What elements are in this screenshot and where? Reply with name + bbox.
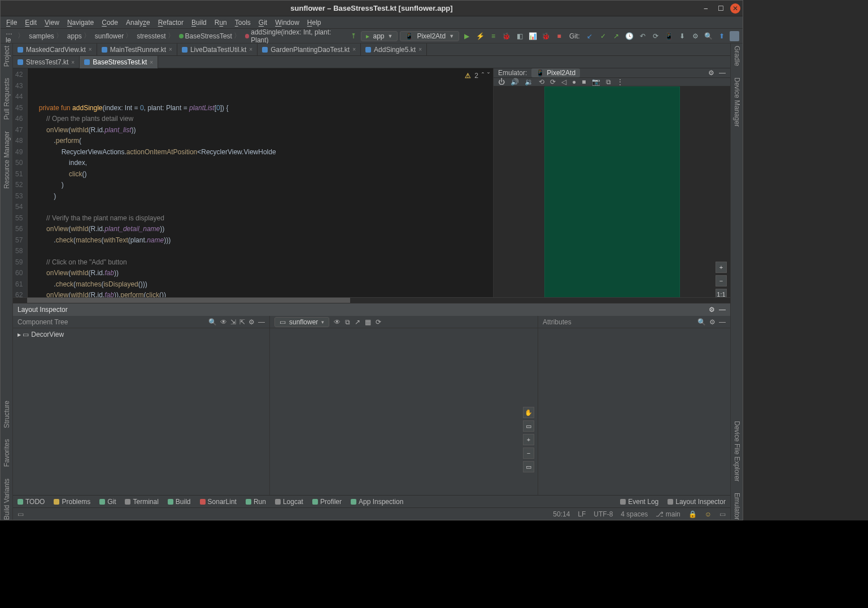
tool-device-file-explorer[interactable]: Device File Explorer [733,421,741,481]
editor-tab[interactable]: MaskedCardView.kt× [13,44,97,56]
tool-event-log[interactable]: Event Log [620,498,658,506]
lock-icon[interactable]: 🔒 [688,510,697,518]
menu-navigate[interactable]: Navigate [67,19,94,27]
home-icon[interactable]: ● [572,78,576,86]
avd-button[interactable]: 📱 [664,31,674,42]
menu-help[interactable]: Help [307,19,321,27]
attach-debugger-button[interactable]: 🐞 [540,31,551,42]
git-commit-button[interactable]: ✓ [597,31,608,42]
layers-button[interactable]: ▭ [523,420,534,432]
crumb[interactable]: …le〉 [4,28,26,44]
menu-code[interactable]: Code [102,19,118,27]
device-dropdown[interactable]: 📱Pixel2Atd▼ [400,31,459,41]
run-button[interactable]: ▶ [461,31,472,42]
editor-tab[interactable]: LiveDataTestUtil.kt× [177,44,258,56]
inspection-badge[interactable]: ⚠2 ˆ ˇ [465,71,490,82]
tool-problems[interactable]: Problems [54,498,90,506]
tree-filter-icon[interactable]: 👁 [220,318,227,326]
menu-edit[interactable]: Edit [25,19,37,27]
git-history-button[interactable]: 🕓 [624,31,635,42]
tool-emulator[interactable]: Emulator [733,493,741,520]
settings-button[interactable]: ⚙ [690,31,700,42]
emulator-minimize-icon[interactable]: — [719,69,726,77]
menu-build[interactable]: Build [191,19,207,27]
tool-favorites[interactable]: Favorites [3,439,11,467]
crumb[interactable]: BaseStressTest〉 [177,31,242,41]
sdk-button[interactable]: ⬇ [677,31,687,42]
menu-git[interactable]: Git [259,19,267,27]
tool-logcat[interactable]: Logcat [275,498,303,506]
attrs-hide-icon[interactable]: — [719,318,726,326]
tree-expand-icon[interactable]: ⇲ [230,318,236,326]
status-branch[interactable]: ⎇ main [656,510,680,518]
inspector-minimize-icon[interactable]: — [719,306,726,314]
code-editor[interactable]: 4243444546474849505152535455565758596061… [13,68,493,297]
status-indent[interactable]: 4 spaces [621,510,648,518]
volume-down-icon[interactable]: 🔉 [525,78,533,86]
zoom-reset-button[interactable]: 1:1 [716,289,727,297]
status-caret[interactable]: 50:14 [553,510,570,518]
prev-highlight-icon[interactable]: ˆ [482,71,484,82]
inspector-process-dropdown[interactable]: ▭ sunflower ▾ [274,317,329,327]
editor-tab[interactable]: StressTest7.kt× [13,56,80,68]
status-encoding[interactable]: UTF-8 [594,510,613,518]
editor-tab[interactable]: MainTestRunner.kt× [97,44,177,56]
zoom-in-button[interactable]: + [523,434,534,445]
apply-code-button[interactable]: ≡ [488,31,499,42]
build-button[interactable]: ⤒ [348,31,359,42]
tool-gradle[interactable]: Gradle [733,46,741,66]
tool-profiler[interactable]: Profiler [312,498,342,506]
status-hint-icon[interactable]: ▭ [18,510,24,518]
coverage-button[interactable]: ◧ [514,31,525,42]
memory-indicator-icon[interactable]: ☺ [705,510,712,518]
git-update-button[interactable]: ↙ [585,31,595,42]
status-eol[interactable]: LF [578,510,586,518]
stop-button[interactable]: ■ [554,31,565,42]
power-icon[interactable]: ⏻ [498,78,505,86]
minimize-button[interactable]: ‒ [701,3,711,14]
sync-project-button[interactable]: ⬆ [716,31,727,42]
emulator-settings-icon[interactable]: ⚙ [708,69,714,77]
back-icon[interactable]: ◁ [561,78,566,86]
volume-up-icon[interactable]: 🔊 [511,78,519,86]
tool-git[interactable]: Git [99,498,116,506]
search-button[interactable]: 🔍 [703,31,714,42]
editor-tab[interactable]: BaseStressTest.kt× [80,56,158,68]
crumb[interactable]: stresstest〉 [135,31,176,41]
close-tab-icon[interactable]: × [169,46,172,53]
tool-terminal[interactable]: Terminal [125,498,158,506]
menu-tools[interactable]: Tools [235,19,251,27]
git-push-button[interactable]: ↗ [610,31,621,42]
tree-root[interactable]: ▸ ▭ DecorView [18,331,265,338]
maximize-button[interactable]: ☐ [716,3,726,14]
status-more-icon[interactable]: ▭ [719,510,726,518]
editor-scrollbar[interactable] [13,297,730,303]
inspector-refresh-icon[interactable]: ⟳ [376,318,381,326]
tool-build[interactable]: Build [168,498,191,506]
profile-button[interactable]: 📊 [527,31,538,42]
close-tab-icon[interactable]: × [71,59,75,66]
inspector-live-icon[interactable]: 👁 [334,318,341,326]
inspector-overlay-icon[interactable]: ▦ [365,318,371,326]
tool-build-variants[interactable]: Build Variants [3,479,11,520]
more-icon[interactable]: ⋮ [617,78,623,86]
rotate-right-icon[interactable]: ⟳ [550,78,556,86]
emulator-device-tab[interactable]: 📱 Pixel2Atd [531,68,580,77]
close-tab-icon[interactable]: × [418,46,422,53]
tree-settings-icon[interactable]: ⚙ [248,318,255,326]
zoom-out-button[interactable]: − [716,275,727,286]
tool-structure[interactable]: Structure [3,401,11,428]
menu-run[interactable]: Run [215,19,227,27]
close-tab-icon[interactable]: × [89,46,92,53]
tree-collapse-icon[interactable]: ⇱ [239,318,245,326]
tool-app-inspection[interactable]: App Inspection [351,498,403,506]
overview-icon[interactable]: ■ [582,78,586,86]
menu-file[interactable]: File [6,19,17,27]
menu-analyze[interactable]: Analyze [126,19,150,27]
emulator-screen[interactable]: + − 1:1 ▭ [494,86,730,297]
tool-pull-requests[interactable]: Pull Requests [3,78,11,120]
inspector-canvas[interactable]: ✋ ▭ + − ▭ [270,328,538,495]
crumb[interactable]: addSingle(index: Int, plant: Plant) [243,28,343,44]
user-avatar[interactable] [730,31,739,41]
zoom-in-button[interactable]: + [716,262,727,273]
